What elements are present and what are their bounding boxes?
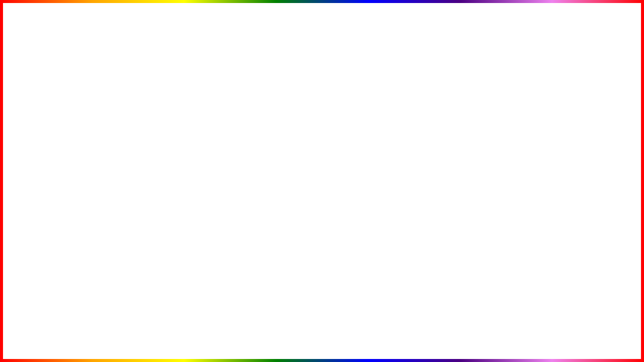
- inf-ammo-checkbox[interactable]: [79, 84, 88, 92]
- list-item: Smoother Aimbot: [185, 49, 252, 60]
- tracers-checkbox[interactable]: [162, 62, 170, 70]
- list-item: Teleport All(FFA): [21, 105, 88, 116]
- esp-checkbox[interactable]: [162, 51, 170, 59]
- age-badge: 13+: [20, 23, 31, 30]
- avatar-icon: 🐰: [303, 18, 324, 37]
- free-for-all-checkbox[interactable]: [244, 62, 252, 70]
- list-item: Tracers: [103, 60, 170, 71]
- free-for-all-label: Free For All: [185, 62, 218, 70]
- other-panel-header: Other: [98, 31, 175, 45]
- game-mode-label: Standard: [294, 4, 333, 15]
- no-recoil-checkbox[interactable]: [79, 51, 88, 59]
- esp-label: ESP: [103, 51, 116, 59]
- settings-panel-header: Settings: [180, 31, 257, 45]
- smoother-aimbot-checkbox[interactable]: [244, 51, 252, 59]
- window-6: [418, 121, 455, 166]
- first-person-only-label: First Person Only: [103, 93, 170, 103]
- no-recoil-label: No Recoil: [21, 51, 49, 59]
- settings-panel-body: Smoother Aimbot Free For All: [180, 45, 257, 75]
- smoother-aimbot-label: Smoother Aimbot: [185, 51, 235, 59]
- window-5: [372, 121, 410, 166]
- title-line-1: NEW ARSENAL: [10, 248, 644, 303]
- no-spread-label: No Spread: [21, 62, 52, 70]
- aimbot-key-label: Key: Hold Left Shift: [103, 82, 170, 93]
- teleport-all-ffa-checkbox[interactable]: [79, 106, 88, 114]
- no-spread-checkbox[interactable]: [79, 62, 88, 70]
- other-panel-body: ESP Tracers AimBot Key: Hold Left Shift …: [98, 45, 175, 107]
- teleport-all-ffa-label: Teleport All(FFA): [21, 107, 69, 114]
- teleport-all-label: Teleport All: [21, 96, 53, 103]
- gui-panels: Main No Recoil No Spread Automated Gun I…: [15, 30, 257, 120]
- player-score: 1: [312, 41, 316, 49]
- hud-center: Standard 🐰 1: [294, 4, 333, 49]
- inf-ammo-label: Inf Ammo: [21, 84, 48, 92]
- tracers-label: Tracers: [103, 62, 125, 70]
- list-item: Inf Ammo: [21, 82, 88, 94]
- title-line-2: AIMBOT GUI: [10, 303, 644, 357]
- window-3: [372, 70, 410, 116]
- aimbot-label: AimBot: [103, 73, 124, 81]
- bottom-title: NEW ARSENAL AIMBOT GUI: [0, 248, 644, 357]
- list-item: No Spread: [21, 60, 88, 71]
- aimbot-checkbox[interactable]: [162, 73, 170, 81]
- list-item: AimBot: [103, 71, 170, 82]
- list-item: Automated Gun: [21, 71, 88, 82]
- list-item: No Recoil: [21, 49, 88, 60]
- new-badge: NEW: [517, 15, 605, 56]
- menu-icon[interactable]: ☰: [6, 20, 16, 33]
- main-panel-header: Main: [16, 31, 93, 45]
- window-4: [418, 70, 455, 116]
- main-panel: Main No Recoil No Spread Automated Gun I…: [15, 30, 93, 120]
- list-item: Teleport All: [21, 94, 88, 105]
- teleport-all-checkbox[interactable]: [79, 95, 88, 103]
- list-item: Free For All: [185, 60, 252, 71]
- player-avatar: 🐰: [300, 15, 327, 41]
- automated-gun-checkbox[interactable]: [79, 73, 88, 81]
- list-item: ESP: [103, 49, 170, 60]
- settings-panel: Settings Smoother Aimbot Free For All: [179, 30, 257, 120]
- automated-gun-label: Automated Gun: [21, 73, 66, 81]
- main-panel-body: No Recoil No Spread Automated Gun Inf Am…: [16, 45, 93, 120]
- other-panel: Other ESP Tracers AimBot Key: Hold Left …: [97, 30, 175, 120]
